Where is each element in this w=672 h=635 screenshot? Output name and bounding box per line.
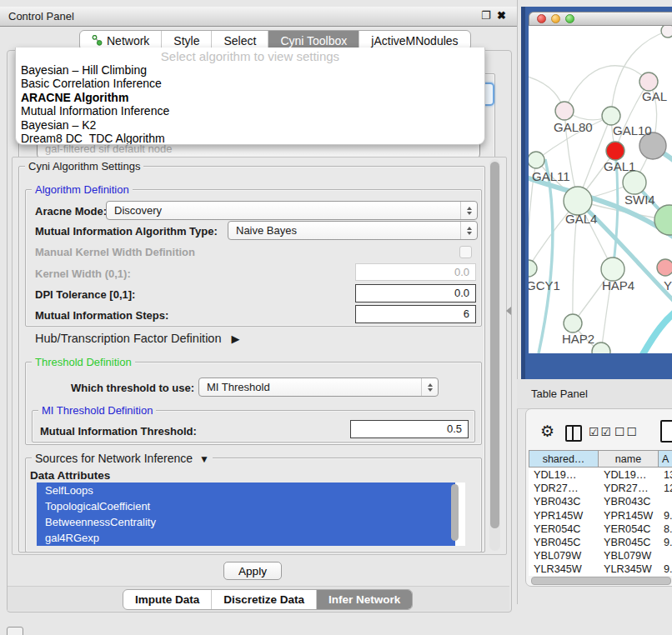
- disclosure-down-icon: ▼: [199, 453, 209, 465]
- aracne-mode-combo[interactable]: Discovery: [106, 201, 478, 220]
- node-gal80[interactable]: [555, 102, 574, 120]
- column-header-partial[interactable]: A: [659, 450, 672, 468]
- node-label: GAL: [642, 89, 667, 103]
- table-row[interactable]: YER054CYER054C8.: [529, 522, 672, 536]
- table-hscrollbar-thumb[interactable]: [531, 577, 671, 585]
- node-label: GAL10: [613, 123, 652, 138]
- window-minimize-icon[interactable]: [551, 14, 560, 23]
- kernel-width-label: Kernel Width (0,1):: [35, 268, 131, 280]
- table-row[interactable]: YBR045CYBR045C9.: [529, 536, 672, 549]
- node-label: Y: [664, 278, 672, 292]
- data-attributes-list[interactable]: SelfLoops TopologicalCoefficient Between…: [37, 482, 465, 546]
- kernel-width-field[interactable]: 0.0: [355, 263, 476, 281]
- algorithm-option[interactable]: Dream8 DC_TDC Algorithm: [16, 132, 484, 145]
- table-panel-title: Table Panel: [531, 388, 588, 400]
- mi-steps-field[interactable]: 6: [355, 305, 476, 323]
- list-item-selected[interactable]: gal4RGexp: [37, 530, 455, 546]
- algorithm-option[interactable]: Bayesian – Hill Climbing: [16, 63, 484, 77]
- network-window-titlebar[interactable]: [529, 12, 672, 26]
- list-item-selected[interactable]: TopologicalCoefficient: [37, 498, 455, 514]
- node-label: HAP4: [602, 278, 634, 292]
- node-red[interactable]: [606, 142, 624, 160]
- tab-infer-network[interactable]: Infer Network: [317, 590, 412, 609]
- tab-impute-data[interactable]: Impute Data: [123, 590, 212, 609]
- node-partial-top[interactable]: [661, 26, 672, 38]
- window-close-icon[interactable]: [537, 14, 546, 23]
- hub-definition-toggle[interactable]: Hub/Transcription Factor Definition ▶: [35, 332, 240, 345]
- manual-kernel-width-checkbox[interactable]: [459, 246, 472, 258]
- list-item-selected[interactable]: SelfLoops: [37, 482, 455, 498]
- table-row[interactable]: YDR27…YDR27…12: [529, 482, 672, 495]
- node-gal10[interactable]: [602, 107, 620, 125]
- node-label: GCY1: [529, 278, 560, 292]
- which-threshold-combo[interactable]: MI Threshold: [198, 378, 439, 397]
- table-row[interactable]: YBR043CYBR043C: [529, 495, 672, 508]
- network-canvas[interactable]: GAL GAL80 GAL10 GAL1 GAL11 SWI4 GAL4 GCY…: [529, 26, 672, 353]
- minimized-panel-icon[interactable]: [7, 627, 23, 635]
- node-gal1[interactable]: [623, 171, 646, 194]
- node-table[interactable]: shared… name A YDL19…YDL19…13 YDR27…YDR2…: [529, 450, 672, 576]
- bottom-tab-strip: Impute Data Discretize Data Infer Networ…: [123, 589, 413, 610]
- window-zoom-icon[interactable]: [565, 14, 574, 23]
- table-columns-icon-divider: [572, 427, 574, 440]
- float-icon[interactable]: ❐: [481, 9, 491, 22]
- table-row[interactable]: YDL19…YDL19…13: [529, 468, 672, 482]
- deselect-checkboxes-icon[interactable]: ☐☐: [614, 425, 639, 438]
- table-row[interactable]: YPR145WYPR145W9.: [529, 509, 672, 522]
- sources-group-title[interactable]: Sources for Network Inference ▼: [32, 452, 213, 465]
- manual-kernel-width-label: Manual Kernel Width Definition: [35, 246, 195, 258]
- algorithm-definition-title: Algorithm Definition: [32, 183, 133, 196]
- panel-resize-handle[interactable]: [506, 307, 511, 315]
- list-item-selected[interactable]: BetweennessCentrality: [37, 514, 455, 530]
- dpi-tolerance-field[interactable]: 0.0: [355, 284, 476, 302]
- node-salmon[interactable]: [657, 259, 672, 276]
- disclosure-right-icon: ▶: [232, 332, 240, 345]
- mi-threshold-group-title: MI Threshold Definition: [38, 404, 156, 417]
- node-hap4[interactable]: [601, 258, 624, 281]
- node-gcy1[interactable]: [529, 260, 537, 277]
- table-settings-gear-icon[interactable]: ⚙: [540, 422, 554, 441]
- data-attributes-label: Data Attributes: [30, 469, 110, 482]
- mi-algorithm-type-combo[interactable]: Naive Bayes: [228, 221, 478, 240]
- combo-spinner-icon: [421, 378, 438, 396]
- column-header-shared[interactable]: shared…: [529, 450, 599, 468]
- close-icon[interactable]: ✖: [497, 9, 506, 22]
- combo-spinner-icon: [460, 202, 477, 219]
- node-hap2[interactable]: [564, 314, 582, 332]
- network-node-labels: GAL GAL80 GAL10 GAL1 GAL11 SWI4 GAL4 GCY…: [529, 89, 672, 346]
- document-icon[interactable]: [660, 420, 672, 442]
- network-graph: GAL GAL80 GAL10 GAL1 GAL11 SWI4 GAL4 GCY…: [529, 26, 672, 353]
- settings-scrollbar-thumb[interactable]: [490, 162, 499, 528]
- table-row[interactable]: YLR345WYLR345W9.: [529, 562, 672, 576]
- mi-algorithm-type-label: Mutual Information Algorithm Type:: [35, 225, 218, 238]
- table-row[interactable]: YBL079WYBL079W: [529, 549, 672, 562]
- apply-button[interactable]: Apply: [223, 562, 282, 580]
- node-label: GAL80: [554, 120, 593, 134]
- tab-discretize-data[interactable]: Discretize Data: [212, 590, 317, 609]
- mi-threshold-label: Mutual Information Threshold:: [40, 425, 197, 438]
- select-all-checkboxes-icon[interactable]: ☑☑: [589, 425, 613, 438]
- mi-threshold-field[interactable]: 0.5: [350, 420, 469, 438]
- algorithm-option[interactable]: Mutual Information Inference: [16, 104, 484, 118]
- which-threshold-label: Which threshold to use:: [71, 382, 194, 394]
- network-icon: [92, 35, 103, 46]
- algorithm-option-selected[interactable]: ARACNE Algorithm: [16, 91, 484, 104]
- algorithm-option[interactable]: Bayesian – K2: [16, 118, 484, 132]
- control-panel-titlebar: [0, 7, 517, 27]
- algorithm-option[interactable]: Basic Correlation Inference: [16, 77, 484, 90]
- node-partial-bottom[interactable]: [592, 342, 610, 353]
- column-header-name[interactable]: name: [599, 450, 659, 468]
- algorithm-popup-placeholder: Select algorithm to view settings: [16, 48, 484, 63]
- table-rows: YDL19…YDL19…13 YDR27…YDR27…12 YBR043CYBR…: [529, 468, 672, 576]
- node-gal4[interactable]: [564, 187, 592, 215]
- aracne-mode-label: Aracne Mode:: [35, 205, 107, 218]
- node-label: HAP2: [562, 332, 594, 346]
- node-label: GAL11: [532, 169, 570, 183]
- dpi-tolerance-label: DPI Tolerance [0,1]:: [35, 288, 135, 301]
- node-gal11[interactable]: [529, 152, 544, 168]
- tab-network-label: Network: [107, 34, 149, 48]
- control-panel-title: Control Panel: [8, 10, 74, 22]
- table-columns-icon[interactable]: [565, 425, 582, 442]
- node-gal-partial[interactable]: [639, 72, 658, 91]
- list-scrollbar-thumb[interactable]: [451, 484, 459, 541]
